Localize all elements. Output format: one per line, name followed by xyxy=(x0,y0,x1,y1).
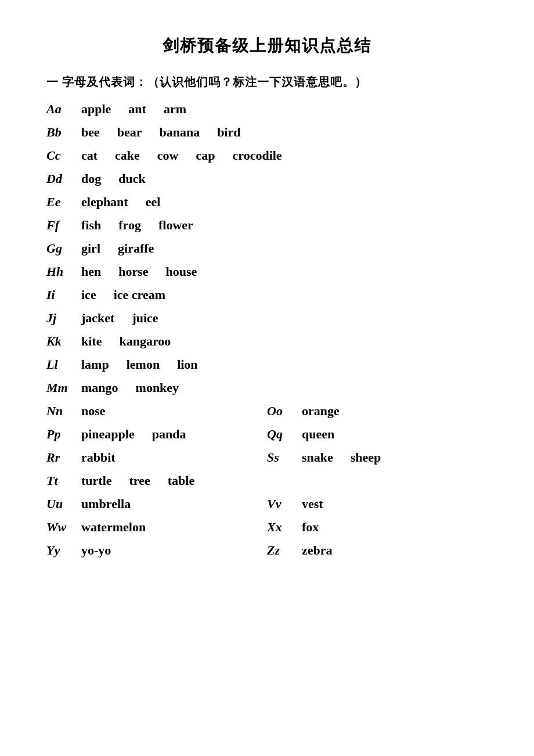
alpha-word: yo-yo xyxy=(81,543,111,558)
split-right: Qqqueen xyxy=(267,427,488,442)
alpha-word: ant xyxy=(128,102,146,117)
alpha-letter: Ww xyxy=(46,520,81,535)
alpha-words: catcakecowcapcrocodile xyxy=(81,148,488,163)
alpha-letter: Cc xyxy=(46,148,81,163)
alpha-words: rabbit xyxy=(81,450,267,465)
alpha-letter: Oo xyxy=(267,404,302,419)
table-row: RrrabbitSssnakesheep xyxy=(46,450,488,465)
alpha-word: dog xyxy=(81,171,101,186)
alpha-word: house xyxy=(166,264,197,279)
alpha-word: cat xyxy=(81,148,98,163)
alpha-letter: Aa xyxy=(46,102,81,117)
alpha-word: horse xyxy=(118,264,148,279)
alpha-words: lamplemonlion xyxy=(81,357,488,372)
alpha-words: queen xyxy=(302,427,488,442)
table-row: Eeelephanteel xyxy=(46,195,488,210)
alpha-words: umbrella xyxy=(81,496,267,512)
table-row: Hhhenhorsehouse xyxy=(46,264,488,279)
alpha-word: umbrella xyxy=(81,496,131,512)
alpha-words: nose xyxy=(81,404,267,419)
alpha-word: tree xyxy=(129,473,150,488)
alpha-letter: Mm xyxy=(46,380,81,395)
split-right: Zzzebra xyxy=(267,543,488,558)
alpha-word: watermelon xyxy=(81,520,146,535)
alpha-letter: Bb xyxy=(46,125,81,140)
alpha-word: flower xyxy=(158,218,193,233)
alpha-words: iceice cream xyxy=(81,287,488,303)
alpha-word: arm xyxy=(164,102,186,117)
alpha-words: jacketjuice xyxy=(81,311,488,326)
table-row: Mmmangomonkey xyxy=(46,380,488,395)
alpha-letter: Jj xyxy=(46,311,81,326)
split-left: Rrrabbit xyxy=(46,450,267,465)
alpha-words: appleantarm xyxy=(81,102,488,117)
alpha-word: table xyxy=(168,473,194,488)
alpha-words: henhorsehouse xyxy=(81,264,488,279)
alpha-words: yo-yo xyxy=(81,543,267,558)
alpha-word: duck xyxy=(118,171,145,186)
alpha-letter: Ee xyxy=(46,195,81,210)
table-row: UuumbrellaVvvest xyxy=(46,496,488,512)
split-left: Ttturtletreetable xyxy=(46,473,488,488)
alpha-word: lemon xyxy=(127,357,160,372)
table-row: Jjjacketjuice xyxy=(46,311,488,326)
alpha-letter: Xx xyxy=(267,520,302,535)
alpha-words: pineapplepanda xyxy=(81,427,267,442)
alphabet-grid: AaappleantarmBbbeebearbananabirdCccatcak… xyxy=(46,102,488,558)
alpha-words: beebearbananabird xyxy=(81,125,488,140)
alpha-words: orange xyxy=(302,404,488,419)
alpha-word: turtle xyxy=(81,473,112,488)
alpha-word: ice xyxy=(81,287,96,303)
split-left: Wwwatermelon xyxy=(46,520,267,535)
alpha-word: cake xyxy=(115,148,140,163)
split-right: Xxfox xyxy=(267,520,488,535)
table-row: WwwatermelonXxfox xyxy=(46,520,488,535)
alpha-words: turtletreetable xyxy=(81,473,488,488)
alpha-word: monkey xyxy=(136,380,179,395)
table-row: Iiiceice cream xyxy=(46,287,488,303)
table-row: Gggirlgiraffe xyxy=(46,241,488,256)
split-right: Sssnakesheep xyxy=(267,450,488,465)
alpha-letter: Kk xyxy=(46,334,81,349)
alpha-letter: Ll xyxy=(46,357,81,372)
alpha-word: hen xyxy=(81,264,101,279)
alpha-words: fox xyxy=(302,520,488,535)
alpha-words: vest xyxy=(302,496,488,512)
alpha-letter: Ff xyxy=(46,218,81,233)
alpha-word: giraffe xyxy=(118,241,154,256)
alpha-word: lamp xyxy=(81,357,109,372)
alpha-word: bird xyxy=(217,125,240,140)
table-row: NnnoseOoorange xyxy=(46,404,488,419)
split-right: Ooorange xyxy=(267,404,488,419)
alpha-letter: Ii xyxy=(46,287,81,303)
alpha-word: pineapple xyxy=(81,427,135,442)
alpha-word: kangaroo xyxy=(119,334,171,349)
alpha-word: ice cream xyxy=(114,287,165,303)
alpha-letter: Vv xyxy=(267,496,302,512)
alpha-words: snakesheep xyxy=(302,450,488,465)
alpha-word: banana xyxy=(160,125,200,140)
alpha-words: mangomonkey xyxy=(81,380,488,395)
alpha-letter: Hh xyxy=(46,264,81,279)
table-row: Fffishfrogflower xyxy=(46,218,488,233)
alpha-letter: Dd xyxy=(46,171,81,186)
split-right: Vvvest xyxy=(267,496,488,512)
alpha-letter: Yy xyxy=(46,543,81,558)
alpha-word: mango xyxy=(81,380,118,395)
alpha-letter: Ss xyxy=(267,450,302,465)
alpha-words: watermelon xyxy=(81,520,267,535)
alpha-word: girl xyxy=(81,241,100,256)
alpha-word: cow xyxy=(157,148,179,163)
alpha-word: eel xyxy=(146,195,161,210)
alpha-words: zebra xyxy=(302,543,488,558)
split-left: Pppineapplepanda xyxy=(46,427,267,442)
table-row: PppineapplepandaQqqueen xyxy=(46,427,488,442)
alpha-word: kite xyxy=(81,334,102,349)
alpha-word: lion xyxy=(177,357,197,372)
alpha-word: snake xyxy=(302,450,333,465)
alpha-letter: Tt xyxy=(46,473,81,488)
split-left: Nnnose xyxy=(46,404,267,419)
alpha-letter: Zz xyxy=(267,543,302,558)
alpha-word: nose xyxy=(81,404,106,419)
page-title: 剑桥预备级上册知识点总结 xyxy=(46,35,488,57)
